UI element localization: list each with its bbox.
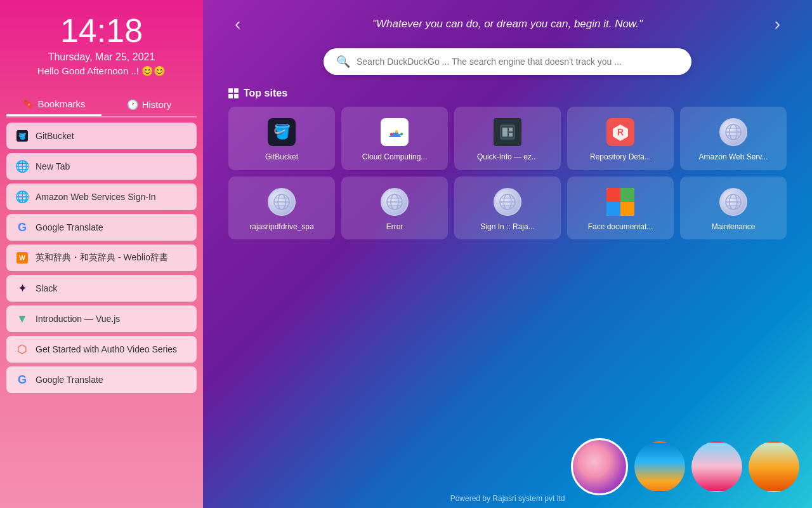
clock-area: 14:18 Thursday, Mar 25, 2021 Hello Good … (0, 0, 203, 86)
bookmark-item-icon: ⬡ (15, 342, 29, 356)
site-card[interactable]: Amazon Web Serv... (680, 107, 787, 170)
bookmark-item[interactable]: ✦Slack (6, 275, 197, 302)
bookmark-item-label: GitBucket (36, 131, 74, 141)
site-card-icon: ☁ ● ● ● (379, 117, 410, 147)
site-card-label: Maintenance (712, 222, 756, 232)
quote-next-button[interactable]: › (768, 14, 787, 34)
bookmarks-tab[interactable]: 🔖 Bookmarks (6, 93, 102, 116)
google-icon: G (18, 221, 27, 234)
bookmark-item-icon: ✦ (15, 281, 29, 295)
bookmark-item[interactable]: ⬡Get Started with Auth0 Video Series (6, 336, 197, 363)
bookmark-item-icon: G (15, 220, 29, 234)
globe-icon: 🌐 (15, 190, 29, 204)
site-card[interactable]: Error (341, 177, 448, 240)
bookmark-item[interactable]: 🪣GitBucket (6, 123, 197, 149)
weblio-icon: W (16, 252, 28, 264)
globe-site-icon (381, 188, 409, 216)
history-tab[interactable]: 🕐 History (102, 93, 197, 116)
bookmarks-tab-label: Bookmarks (37, 98, 85, 109)
vue-icon: ▼ (16, 312, 28, 326)
slack-icon: ✦ (18, 281, 27, 295)
globe-site-icon (719, 118, 747, 146)
google-icon: G (18, 373, 27, 387)
wallpaper-thumbnail[interactable] (634, 441, 685, 492)
site-card-icon: R (605, 117, 636, 147)
bookmark-item[interactable]: 🌐Amazon Web Services Sign-In (6, 184, 197, 210)
quote-prev-button[interactable]: ‹ (228, 14, 247, 34)
bookmark-item[interactable]: 🌐New Tab (6, 153, 197, 180)
top-sites-header: Top sites (228, 88, 787, 99)
bookmark-item-label: Google Translate (36, 375, 103, 385)
sites-grid: 🪣GitBucket ☁ ● ● ● Cloud Computing... Qu… (228, 107, 787, 239)
site-card[interactable]: Quick-Info — ez... (454, 107, 561, 170)
svg-text:R: R (617, 127, 624, 137)
bookmark-item-label: Amazon Web Services Sign-In (36, 192, 156, 202)
globe-site-icon (268, 188, 296, 216)
site-card-icon (266, 187, 297, 217)
bookmark-item[interactable]: ▼Introduction — Vue.js (6, 305, 197, 332)
site-card[interactable]: Face documentat... (567, 177, 674, 240)
clock-time: 14:18 (0, 13, 203, 49)
quote-text: "Whatever you can do, or dream you can, … (259, 18, 755, 30)
site-card-icon (492, 187, 523, 217)
repo-icon: R (606, 118, 634, 146)
bookmark-item-label: Google Translate (36, 222, 103, 232)
svg-text:●: ● (390, 130, 393, 137)
svg-rect-6 (502, 128, 508, 137)
history-clock-icon: 🕐 (127, 99, 139, 110)
bookmark-list: 🪣GitBucket🌐New Tab🌐Amazon Web Services S… (0, 117, 203, 508)
site-card-label: GitBucket (265, 152, 298, 163)
tabs-area: 🔖 Bookmarks 🕐 History (6, 93, 197, 117)
site-card-icon (379, 187, 410, 217)
grid-icon (228, 88, 239, 98)
site-card[interactable]: ☁ ● ● ● Cloud Computing... (341, 107, 448, 170)
top-sites-section: Top sites 🪣GitBucket ☁ ● ● ● Cloud Compu… (203, 88, 812, 239)
site-card-label: Amazon Web Serv... (699, 152, 768, 163)
bookmark-item-icon: 🪣 (15, 129, 29, 143)
site-card-label: rajasripdfdrive_spa (249, 222, 313, 232)
bookmark-item-icon: 🌐 (15, 159, 29, 173)
bookmark-item-icon: ▼ (15, 312, 29, 326)
footer-text: Powered by Rajasri system pvt ltd (450, 494, 565, 503)
clock-date: Thursday, Mar 25, 2021 (0, 51, 203, 63)
site-card-label: Sign In :: Raja... (480, 222, 534, 232)
bookmark-item-icon: G (15, 373, 29, 387)
bookmark-item[interactable]: W英和辞典・和英辞典 - Weblio辞書 (6, 244, 197, 271)
svg-text:●: ● (400, 130, 403, 137)
site-card-label: Error (386, 222, 403, 232)
site-card-label: Repository Deta... (590, 152, 651, 163)
bookmark-item-label: Introduction — Vue.js (36, 314, 120, 324)
svg-rect-7 (509, 128, 513, 131)
site-card-icon (718, 117, 749, 147)
svg-rect-8 (509, 133, 513, 137)
history-tab-label: History (142, 99, 172, 110)
quickinfo-icon (494, 118, 521, 146)
clock-greeting: Hello Good Afternoon ..! 😊😊 (0, 65, 203, 77)
bookmark-icon: 🔖 (22, 98, 34, 109)
site-card-label: Cloud Computing... (362, 152, 428, 163)
site-card[interactable]: Sign In :: Raja... (454, 177, 561, 240)
site-card[interactable]: Maintenance (680, 177, 787, 240)
sidebar: 14:18 Thursday, Mar 25, 2021 Hello Good … (0, 0, 203, 508)
site-card[interactable]: rajasripdfdrive_spa (228, 177, 335, 240)
top-sites-label: Top sites (244, 88, 287, 99)
wallpaper-thumbnail[interactable] (749, 441, 799, 492)
bookmark-item-label: New Tab (36, 161, 70, 171)
face-icon (606, 188, 634, 216)
bookmark-item[interactable]: GGoogle Translate (6, 214, 197, 241)
bookmark-item[interactable]: GGoogle Translate (6, 366, 197, 393)
wallpaper-thumbnail[interactable] (691, 441, 742, 492)
bookmark-item-icon: 🌐 (15, 190, 29, 204)
site-card[interactable]: R Repository Deta... (567, 107, 674, 170)
gitbucket-icon: 🪣 (16, 130, 28, 142)
search-container: 🔍 (203, 48, 812, 88)
globe-site-icon (494, 188, 521, 216)
site-card-label: Face documentat... (588, 222, 653, 232)
wallpaper-thumbnail[interactable] (571, 438, 628, 495)
main-area: ‹ "Whatever you can do, or dream you can… (203, 0, 812, 508)
site-card-icon: 🪣 (266, 117, 297, 147)
bookmark-item-label: Get Started with Auth0 Video Series (36, 344, 177, 354)
search-icon: 🔍 (336, 55, 350, 69)
site-card[interactable]: 🪣GitBucket (228, 107, 335, 170)
search-input[interactable] (357, 57, 679, 67)
